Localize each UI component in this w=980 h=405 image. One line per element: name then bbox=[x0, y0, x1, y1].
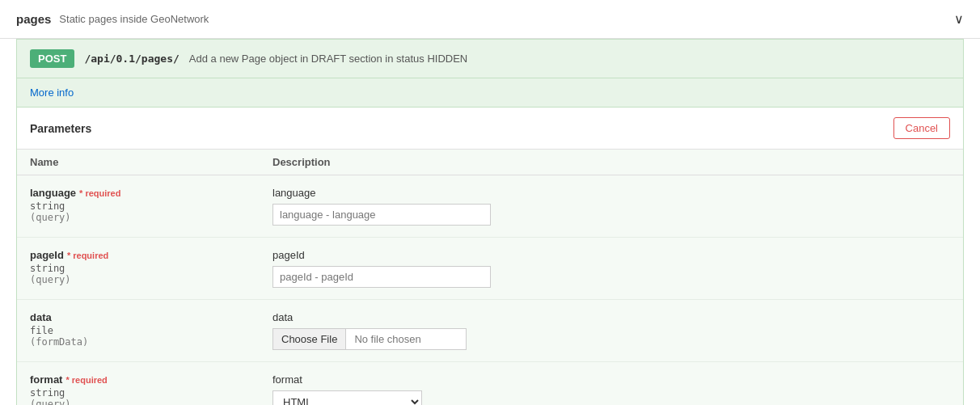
collapse-icon[interactable]: ∨ bbox=[954, 11, 964, 27]
param-desc-col: formatHTMLTEXTMARKDOWN bbox=[272, 373, 950, 405]
post-badge[interactable]: POST bbox=[30, 49, 74, 68]
param-type: file bbox=[30, 325, 272, 336]
more-info-row: More info bbox=[17, 78, 963, 108]
param-name-col: datafile(formData) bbox=[30, 311, 272, 348]
param-type: string bbox=[30, 200, 272, 212]
param-input-pageId[interactable] bbox=[272, 266, 491, 288]
param-desc-col: language bbox=[272, 187, 950, 226]
param-name-label: data bbox=[30, 311, 52, 323]
post-path: /api/0.1/pages/ bbox=[84, 53, 179, 65]
parameters-title: Parameters bbox=[30, 122, 91, 135]
param-name-col: format* requiredstring(query) bbox=[30, 373, 272, 405]
param-row: language* requiredstring(query)language bbox=[17, 175, 963, 238]
choose-file-button[interactable]: Choose File bbox=[272, 328, 345, 350]
param-type: string bbox=[30, 263, 272, 274]
param-name-col: language* requiredstring(query) bbox=[30, 187, 272, 223]
param-required-badge: * required bbox=[79, 188, 120, 198]
page-header: pages Static pages inside GeoNetwork ∨ bbox=[0, 0, 980, 39]
param-location: (query) bbox=[30, 274, 272, 285]
page-title: pages bbox=[16, 12, 51, 26]
param-name-col: pageId* requiredstring(query) bbox=[30, 249, 272, 285]
page-subtitle: Static pages inside GeoNetwork bbox=[59, 13, 209, 25]
param-input-language[interactable] bbox=[272, 204, 491, 226]
param-desc-col: dataChoose FileNo file chosen bbox=[272, 311, 950, 350]
cancel-button[interactable]: Cancel bbox=[893, 117, 950, 139]
param-row: format* requiredstring(query)formatHTMLT… bbox=[17, 362, 963, 405]
parameters-header: Parameters Cancel bbox=[17, 108, 963, 150]
col-name-header: Name bbox=[30, 156, 272, 168]
param-required-badge: * required bbox=[65, 375, 107, 385]
post-row: POST /api/0.1/pages/ Add a new Page obje… bbox=[17, 40, 963, 78]
param-row: datafile(formData)dataChoose FileNo file… bbox=[17, 300, 963, 362]
page-header-left: pages Static pages inside GeoNetwork bbox=[16, 12, 209, 26]
param-select-format[interactable]: HTMLTEXTMARKDOWN bbox=[272, 390, 422, 405]
column-headers: Name Description bbox=[17, 150, 963, 175]
param-location: (query) bbox=[30, 212, 272, 223]
param-field-label: data bbox=[272, 311, 950, 323]
param-location: (query) bbox=[30, 399, 272, 405]
params-table: language* requiredstring(query)languagep… bbox=[17, 175, 963, 405]
more-info-link[interactable]: More info bbox=[30, 86, 74, 99]
param-location: (formData) bbox=[30, 336, 272, 348]
param-type: string bbox=[30, 387, 272, 399]
param-name-label: format* required bbox=[30, 373, 108, 386]
param-field-label: format bbox=[272, 373, 950, 386]
no-file-chosen-text: No file chosen bbox=[345, 328, 467, 350]
parameters-section: Parameters Cancel Name Description langu… bbox=[17, 108, 963, 405]
param-row: pageId* requiredstring(query)pageId bbox=[17, 238, 963, 300]
param-name-label: language* required bbox=[30, 187, 120, 199]
main-container: POST /api/0.1/pages/ Add a new Page obje… bbox=[16, 39, 964, 405]
param-name-label: pageId* required bbox=[30, 249, 108, 261]
col-desc-header: Description bbox=[272, 156, 950, 168]
param-field-label: language bbox=[272, 187, 950, 199]
param-required-badge: * required bbox=[67, 251, 108, 260]
file-input-wrapper: Choose FileNo file chosen bbox=[272, 328, 950, 350]
param-field-label: pageId bbox=[272, 249, 950, 261]
post-description: Add a new Page object in DRAFT section i… bbox=[189, 53, 467, 65]
param-desc-col: pageId bbox=[272, 249, 950, 288]
